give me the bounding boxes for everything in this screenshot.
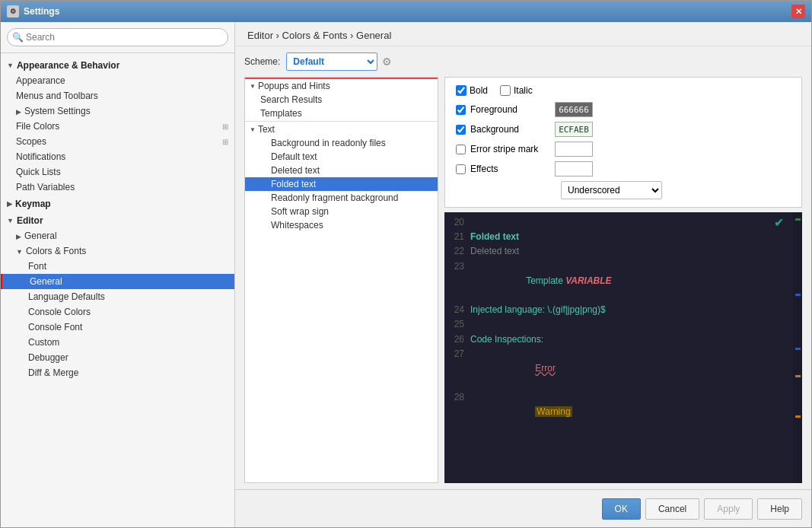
italic-checkbox[interactable] — [500, 85, 511, 96]
main-content: 🔍 Appearance & Behavior Appearance Menus… — [1, 22, 811, 527]
sidebar-item-menus-toolbars[interactable]: Menus and Toolbars — [1, 88, 234, 103]
gutter-mark-green — [795, 218, 801, 221]
color-tree-item-bg-readonly[interactable]: Background in readonly files — [245, 136, 438, 150]
scroll-gutter[interactable] — [793, 212, 802, 483]
sidebar-item-custom[interactable]: Custom — [1, 335, 234, 350]
settings-window: ⚙ Settings ✕ 🔍 Appearance & Behavior App… — [0, 0, 812, 528]
expand-icon — [16, 248, 23, 256]
expand-icon — [7, 200, 12, 208]
italic-label: Italic — [514, 85, 533, 96]
gutter-mark-orange — [795, 375, 801, 377]
preview-line-25: 25 — [447, 317, 802, 332]
color-tree-item-soft-wrap[interactable]: Soft wrap sign — [245, 205, 438, 218]
color-tree-item-text[interactable]: Text — [245, 122, 438, 136]
color-tree-item-deleted-text[interactable]: Deleted text — [245, 164, 438, 177]
preview-line-24: 24 Injected language: \.(gif|jpg|png)$ — [447, 303, 802, 317]
line-number: 23 — [447, 259, 470, 304]
color-tree-item-popups[interactable]: Popups and Hints — [245, 78, 438, 93]
italic-checkbox-label[interactable]: Italic — [500, 85, 533, 96]
line-number: 28 — [447, 390, 470, 434]
bold-checkbox[interactable] — [456, 85, 467, 96]
help-button[interactable]: Help — [757, 498, 802, 520]
sidebar-item-scopes[interactable]: Scopes⊞ — [1, 134, 234, 149]
error-stripe-row: Error stripe mark — [456, 142, 791, 157]
background-label: Background — [470, 124, 519, 135]
line-content-folded: Folded text — [470, 230, 802, 244]
line-number: 27 — [447, 347, 470, 391]
effects-checkbox[interactable] — [456, 164, 466, 174]
sidebar-group-editor[interactable]: Editor — [1, 212, 234, 228]
effects-color-box[interactable] — [555, 161, 593, 177]
color-tree-item-default-text[interactable]: Default text — [245, 150, 438, 164]
close-button[interactable]: ✕ — [791, 5, 805, 18]
apply-button[interactable]: Apply — [704, 498, 753, 520]
foreground-checkbox[interactable] — [456, 105, 466, 115]
line-content-injected: Injected language: \.(gif|jpg|png)$ — [470, 303, 802, 317]
line-number: 24 — [447, 303, 470, 317]
scheme-select[interactable]: Default Darcula High Contrast Monokai — [286, 52, 377, 71]
preview-line-23: 23 Template VARIABLE — [447, 259, 802, 304]
title-bar: ⚙ Settings ✕ — [1, 1, 811, 22]
background-color-box[interactable]: ECFAEB — [555, 122, 593, 137]
sidebar-item-general[interactable]: General — [1, 228, 234, 243]
error-stripe-color-box[interactable] — [555, 142, 593, 157]
color-tree-item-search-results[interactable]: Search Results — [245, 93, 438, 107]
scheme-gear-icon[interactable]: ⚙ — [382, 56, 392, 68]
sidebar-item-quick-lists[interactable]: Quick Lists — [1, 164, 234, 180]
color-tree-item-templates[interactable]: Templates — [245, 107, 438, 120]
search-input[interactable] — [7, 28, 228, 46]
breadcrumb: Editor › Colors & Fonts › General — [235, 22, 811, 46]
gutter-mark-blue2 — [795, 348, 801, 350]
line-content-template: Template VARIABLE — [470, 259, 802, 304]
preview-outer: ✔ 20 21 Folded text — [444, 212, 802, 483]
sidebar-item-diff-merge[interactable]: Diff & Merge — [1, 365, 234, 380]
sidebar-item-console-colors[interactable]: Console Colors — [1, 304, 234, 320]
background-checkbox[interactable] — [456, 125, 466, 135]
preview-line-28: 28 Warning — [447, 390, 802, 434]
sidebar-tree: Appearance & Behavior Appearance Menus a… — [1, 53, 234, 527]
sidebar-item-colors-fonts[interactable]: Colors & Fonts — [1, 243, 234, 259]
sidebar-item-appearance[interactable]: Appearance — [1, 73, 234, 88]
bold-label: Bold — [470, 85, 488, 96]
effects-label: Effects — [470, 164, 498, 174]
preview-content: 20 21 Folded text 22 De — [447, 215, 802, 434]
sidebar-group-label: Appearance & Behavior — [17, 60, 119, 71]
expand-icon — [7, 217, 14, 224]
gutter-mark-orange2 — [795, 415, 801, 418]
search-box: 🔍 — [1, 22, 234, 53]
line-number: 25 — [447, 317, 470, 332]
preview-line-21: 21 Folded text — [447, 230, 802, 244]
sidebar-item-system-settings[interactable]: System Settings — [1, 103, 234, 119]
bold-checkbox-label[interactable]: Bold — [456, 85, 488, 96]
ok-button[interactable]: OK — [602, 498, 641, 520]
line-number: 22 — [447, 244, 470, 259]
error-stripe-label: Error stripe mark — [470, 144, 538, 154]
expand-icon — [250, 83, 256, 90]
sidebar-item-debugger[interactable]: Debugger — [1, 350, 234, 365]
line-number: 20 — [447, 215, 470, 230]
preview-line-26: 26 Code Inspections: — [447, 332, 802, 347]
right-panel: 这里是设置一些提示信息得颜色设置 Bold Italic — [444, 77, 802, 483]
cancel-button[interactable]: Cancel — [645, 498, 699, 520]
color-tree-item-whitespaces[interactable]: Whitespaces — [245, 218, 438, 232]
check-icon: ✔ — [774, 215, 784, 230]
warning-text: Warning — [535, 406, 572, 417]
sidebar-item-font[interactable]: Font — [1, 259, 234, 274]
sidebar-group-keymap[interactable]: Keymap — [1, 195, 234, 212]
sidebar-group-appearance[interactable]: Appearance & Behavior — [1, 56, 234, 73]
sidebar-item-path-variables[interactable]: Path Variables — [1, 180, 234, 195]
effects-type-select[interactable]: Underscored Bordered Strikethrough Wave … — [561, 181, 662, 199]
options-panel: 这里是设置一些提示信息得颜色设置 Bold Italic — [444, 77, 802, 208]
foreground-color-box[interactable]: 666666 — [555, 102, 593, 117]
template-variable: VARIABLE — [565, 275, 611, 286]
sidebar-item-language-defaults[interactable]: Language Defaults — [1, 289, 234, 304]
color-tree-item-readonly-fragment[interactable]: Readonly fragment background — [245, 191, 438, 205]
sidebar-item-console-font[interactable]: Console Font — [1, 320, 234, 335]
effects-row: Effects — [456, 161, 791, 177]
color-tree-item-folded-text[interactable]: Folded text — [245, 177, 438, 191]
bottom-bar: OK Cancel Apply Help — [235, 489, 811, 527]
sidebar-item-file-colors[interactable]: File Colors⊞ — [1, 119, 234, 134]
error-stripe-checkbox[interactable] — [456, 145, 466, 154]
sidebar-item-general-selected[interactable]: General — [1, 274, 234, 289]
sidebar-item-notifications[interactable]: Notifications — [1, 149, 234, 164]
